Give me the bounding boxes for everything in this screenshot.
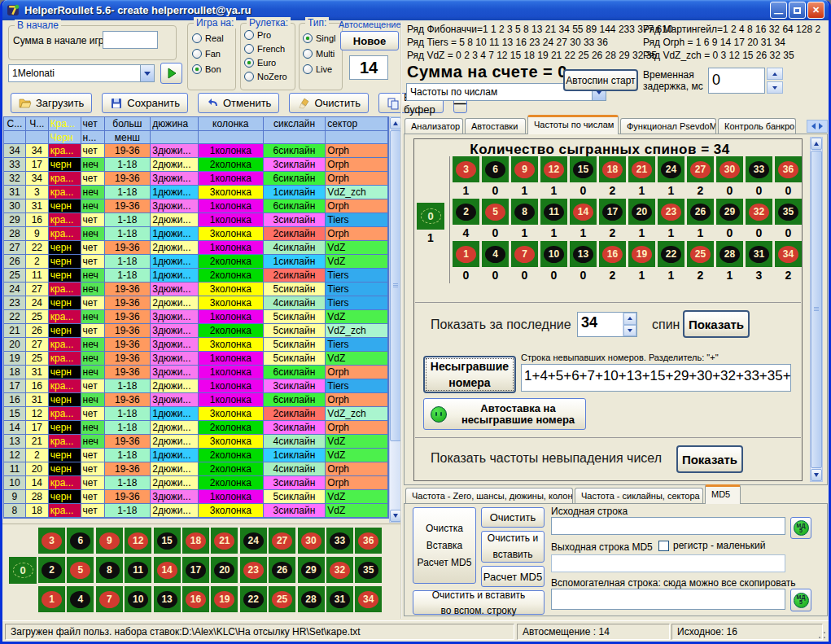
bet-cell-5[interactable]: 5	[67, 557, 94, 583]
tab-функционал-psevdoms[interactable]: Функционал PsevdoMS	[620, 118, 716, 134]
history-row[interactable]: 313кра...неч1-181дюжи...3колонка1сиклайн…	[4, 186, 388, 199]
history-row[interactable]: 928чернчет19-363дюжи...1колонка5сиклайнV…	[4, 490, 388, 504]
radio-nozero[interactable]: NoZero	[244, 69, 287, 83]
bet-cell-8[interactable]: 8	[96, 557, 123, 583]
autospin-start-button[interactable]: Автоспин старт	[563, 69, 638, 91]
bet-cell-15[interactable]: 15	[154, 528, 181, 554]
register-checkbox[interactable]	[658, 541, 669, 551]
history-row[interactable]: 1716кра...чет1-182дюжи...1колонка3сиклай…	[4, 379, 388, 393]
history-row[interactable]: 1831черннеч19-363дюжи...1колонка6сиклайн…	[4, 366, 388, 379]
md5-clear-and-paste-button[interactable]: Очистить и вставить	[481, 531, 545, 563]
tab-частота-сиклайны-сектора[interactable]: Частота - сиклайны, сектора	[575, 488, 703, 504]
history-row[interactable]: 1512кра...чет1-181дюжи...3колонка2сиклай…	[4, 407, 388, 421]
history-row[interactable]: 122чернчет1-181дюжи...2колонка1сиклайнVd…	[4, 449, 388, 462]
bet-cell-16[interactable]: 16	[182, 586, 209, 612]
minimize-button[interactable]: —	[770, 2, 787, 19]
bet-cell-12[interactable]: 12	[125, 528, 151, 554]
md5-aux-calc-button[interactable]: МД5	[790, 589, 811, 611]
bet-cell-10[interactable]: 10	[125, 586, 151, 612]
radio-live[interactable]: Live	[303, 61, 335, 77]
bet-cell-14[interactable]: 14	[154, 557, 181, 583]
bet-cell-29[interactable]: 29	[298, 557, 325, 583]
tab-частоты-по-числам[interactable]: Частоты по числам	[527, 115, 619, 134]
save-button[interactable]: Сохранить	[102, 93, 188, 113]
history-scroll-down-icon[interactable]	[390, 510, 401, 522]
freq-scrollbar[interactable]	[810, 137, 823, 482]
bet-cell-0[interactable]: 0	[9, 557, 37, 584]
preset-combobox[interactable]: 1Melonati	[8, 64, 155, 82]
spin-count-up-button[interactable]	[623, 313, 636, 325]
unplayed-numbers-button[interactable]: Несыгравшие номера	[423, 356, 516, 393]
bet-cell-26[interactable]: 26	[269, 557, 295, 583]
history-row[interactable]: 2427кра...неч19-363дюжи...3колонка5сикла…	[4, 283, 388, 296]
md5-aux-input[interactable]	[551, 589, 785, 610]
bet-cell-27[interactable]: 27	[269, 528, 295, 554]
md5-output-input[interactable]	[551, 554, 785, 572]
md5-source-input[interactable]	[551, 517, 785, 535]
history-row[interactable]: 1417черннеч1-182дюжи...2колонка3сиклайнO…	[4, 421, 388, 435]
bet-cell-20[interactable]: 20	[211, 557, 238, 583]
autobet-unplayed-button[interactable]: Автоставка на несыгравшие номера	[423, 398, 586, 430]
freq-scroll-up-icon[interactable]	[811, 138, 822, 150]
tab-md5[interactable]: MD5	[705, 484, 741, 504]
bet-cell-11[interactable]: 11	[125, 557, 151, 583]
history-row[interactable]: 818кра...чет1-182дюжи...3колонка3сиклайн…	[4, 504, 388, 518]
tab-частота-zero-шансы-дюжины-колонки[interactable]: Частота - Zero, шансы, дюжины, колонки	[405, 488, 573, 504]
combo-arrow-icon[interactable]	[140, 65, 154, 81]
bet-cell-3[interactable]: 3	[38, 528, 65, 554]
bet-cell-2[interactable]: 2	[38, 557, 65, 583]
bet-cell-23[interactable]: 23	[240, 557, 267, 583]
bet-cell-13[interactable]: 13	[154, 586, 181, 612]
history-row[interactable]: 2027кра...неч19-363дюжи...3колонка5сикла…	[4, 338, 388, 352]
bet-cell-32[interactable]: 32	[326, 557, 353, 583]
history-row[interactable]: 3317черннеч1-182дюжи...2колонка3сиклайнO…	[4, 158, 388, 172]
radio-bon[interactable]: Bon	[192, 61, 224, 77]
bet-cell-4[interactable]: 4	[67, 586, 94, 612]
undo-button[interactable]: Отменить	[198, 93, 279, 113]
freq-scroll-thumb[interactable]	[811, 151, 822, 468]
tab-scroll-right-icon[interactable]	[819, 123, 823, 129]
show-last-button[interactable]: Показать	[683, 310, 750, 338]
radio-singl[interactable]: Singl	[303, 30, 335, 46]
history-row[interactable]: 2225кра...неч19-363дюжи...1колонка5сикла…	[4, 310, 388, 324]
tab-контроль-банкро[interactable]: Контроль банкро	[718, 118, 796, 134]
bet-cell-34[interactable]: 34	[355, 586, 382, 612]
bet-cell-9[interactable]: 9	[96, 528, 123, 554]
md5-clear-paste-aux-button[interactable]: Очистить и вставить во вспом. строку	[413, 590, 545, 615]
tab-анализатор[interactable]: Анализатор	[405, 118, 463, 134]
bet-cell-21[interactable]: 21	[211, 528, 238, 554]
tab-scroll-left-icon[interactable]	[811, 123, 816, 129]
start-sum-input[interactable]	[103, 31, 158, 49]
md5-source-calc-button[interactable]: МД5	[790, 517, 811, 539]
radio-french[interactable]: French	[244, 42, 287, 55]
maximize-button[interactable]	[789, 2, 806, 19]
bet-cell-18[interactable]: 18	[182, 528, 209, 554]
bet-cell-35[interactable]: 35	[355, 557, 382, 583]
bet-cell-28[interactable]: 28	[298, 586, 325, 612]
bet-cell-1[interactable]: 1	[38, 586, 65, 612]
missing-freq-button[interactable]: Показать	[676, 445, 743, 473]
resize-grip[interactable]	[817, 630, 827, 640]
history-row[interactable]: 2126чернчет19-363дюжи...2колонка5сиклайн…	[4, 324, 388, 338]
tab-автоставки[interactable]: Автоставки	[465, 118, 526, 134]
bet-cell-7[interactable]: 7	[96, 586, 123, 612]
bet-cell-24[interactable]: 24	[240, 528, 267, 554]
radio-multi[interactable]: Multi	[303, 46, 335, 61]
history-row[interactable]: 1120чернчет19-362дюжи...2колонка4сиклайн…	[4, 462, 388, 476]
history-row[interactable]: 1631черннеч19-363дюжи...1колонка6сиклайн…	[4, 393, 388, 407]
delay-down-button[interactable]	[767, 81, 783, 94]
play-button[interactable]	[160, 63, 182, 84]
history-scroll-up-icon[interactable]	[390, 117, 401, 129]
history-row[interactable]: 262чернчет1-181дюжи...2колонка1сиклайнVd…	[4, 255, 388, 269]
radio-pro[interactable]: Pro	[244, 28, 287, 42]
history-row[interactable]: 2722чернчет19-362дюжи...1колонка4сиклайн…	[4, 241, 388, 255]
bet-cell-25[interactable]: 25	[269, 586, 295, 612]
bet-cell-17[interactable]: 17	[182, 557, 209, 583]
history-row[interactable]: 3434кра...чет19-363дюжи...1колонка6сикла…	[4, 144, 388, 158]
bet-cell-31[interactable]: 31	[326, 586, 353, 612]
bet-cell-6[interactable]: 6	[67, 528, 94, 554]
unplayed-string-field[interactable]: 1+4+5+6+7+10+13+15+29+30+32+33+35+36	[521, 364, 791, 392]
bet-cell-19[interactable]: 19	[211, 586, 238, 612]
load-button[interactable]: Загрузить	[11, 93, 92, 113]
md5-clear-paste-calc-button[interactable]: Очистка Вставка Расчет MD5	[413, 507, 476, 584]
